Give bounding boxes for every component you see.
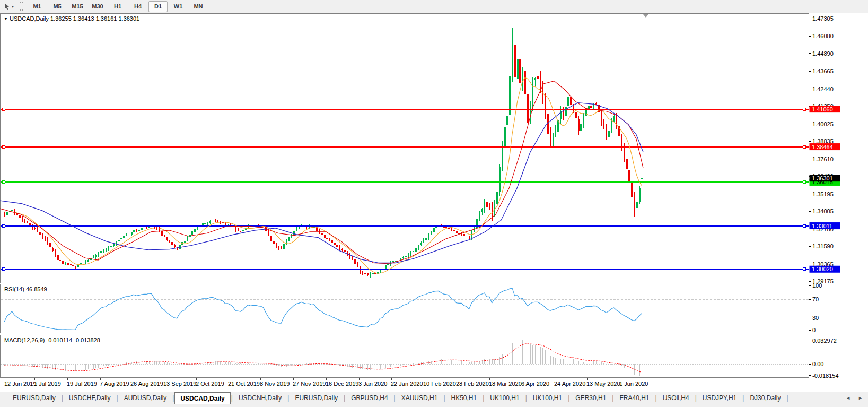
date-tick xyxy=(587,378,588,380)
date-tick xyxy=(391,378,392,380)
chart-title-symbol: USDCAD,Daily xyxy=(10,15,49,22)
pointer-icon xyxy=(3,3,11,10)
macd-axis-label: 0.00 xyxy=(812,361,823,367)
date-label: 26 Aug 2019 xyxy=(130,380,163,387)
hline-handle xyxy=(803,268,805,271)
timeframe-button-H4[interactable]: H4 xyxy=(128,1,147,12)
date-label: 8 Nov 2019 xyxy=(260,380,290,387)
rsi-axis-label: 70 xyxy=(812,296,819,302)
hline-handle xyxy=(2,181,5,184)
chart-canvas[interactable]: 1.473051.460801.448901.436651.424401.412… xyxy=(0,13,868,378)
rsi-line xyxy=(4,288,642,330)
chart-tab-UK100-H1[interactable]: UK100,H1 xyxy=(528,392,567,403)
chart-tab-EURUSD-Daily[interactable]: EURUSD,Daily xyxy=(290,392,343,403)
rsi-axis-label: 100 xyxy=(812,282,822,289)
chart-tab-GBPUSD-H4[interactable]: GBPUSD,H4 xyxy=(346,392,393,403)
price-axis-label: 1.43665 xyxy=(812,68,834,74)
timeframe-button-M15[interactable]: M15 xyxy=(68,1,87,12)
date-tick xyxy=(424,378,424,380)
chart-tab-USDCNH-Daily[interactable]: USDCNH,Daily xyxy=(233,392,287,403)
chart-tab-USDCHF-Daily[interactable]: USDCHF,Daily xyxy=(64,392,116,403)
rsi-axis-label: 0 xyxy=(812,327,816,333)
chart-tab-USDCAD-Daily[interactable]: USDCAD,Daily xyxy=(174,392,230,404)
chart-tab-bar: EURUSD,Daily|USDCHF,Daily|AUDUSD,Daily|U… xyxy=(0,392,868,407)
tab-scroll-right-icon[interactable]: ► xyxy=(858,395,863,401)
price-axis-label: 1.31590 xyxy=(812,243,834,249)
price-axis-label: 1.35195 xyxy=(812,191,834,197)
timeframe-button-H1[interactable]: H1 xyxy=(108,1,127,12)
chart-tab-GER30-H1[interactable]: GER30,H1 xyxy=(570,392,611,403)
chart-tab-UK100-H1[interactable]: UK100,H1 xyxy=(485,392,524,403)
date-label: 6 Apr 2020 xyxy=(521,380,549,387)
date-label: 13 Sep 2019 xyxy=(163,380,196,387)
date-label: 28 Feb 2020 xyxy=(456,380,489,387)
level-1.41060-tag-label: 1.41060 xyxy=(812,106,833,112)
tab-separator: | xyxy=(786,392,788,404)
hline-handle xyxy=(2,268,5,271)
chart-tab-FRA40-H1[interactable]: FRA40,H1 xyxy=(614,392,654,403)
chart-tab-USOil-H4[interactable]: USOil,H4 xyxy=(657,392,695,403)
date-label: 16 Dec 2019 xyxy=(326,380,358,387)
mt4-window: ▾ M1M5M15M30H1H4D1W1MN 1.473051.460801.4… xyxy=(0,0,868,407)
price-axis-label: 1.42440 xyxy=(812,86,834,92)
date-tick xyxy=(164,378,164,380)
chart-tab-USDJPY-H1[interactable]: USDJPY,H1 xyxy=(697,392,742,403)
price-axis-label: 1.44890 xyxy=(812,50,834,57)
price-axis-label: 1.34005 xyxy=(812,208,834,214)
rsi-axis-label: 30 xyxy=(812,315,819,321)
date-tick xyxy=(489,378,490,380)
date-axis[interactable]: 12 Jun 20191 Jul 201919 Jul 20197 Aug 20… xyxy=(0,378,868,392)
hline-handle xyxy=(803,108,805,110)
hline-handle xyxy=(2,108,5,110)
date-label: 7 Aug 2019 xyxy=(100,380,129,387)
date-tick xyxy=(326,378,327,380)
chart-tab-XAUUSD-H1[interactable]: XAUUSD,H1 xyxy=(396,392,443,403)
chart-tab-EURUSD-Daily[interactable]: EURUSD,Daily xyxy=(7,392,61,403)
date-tick xyxy=(555,378,555,380)
date-label: 18 Mar 2020 xyxy=(489,380,522,387)
timeframe-button-M1[interactable]: M1 xyxy=(28,1,47,12)
price-axis-label: 1.40025 xyxy=(812,121,834,127)
date-label: 24 Apr 2020 xyxy=(554,380,585,387)
toolbar-dropdown-caret[interactable]: ▾ xyxy=(12,4,16,9)
date-tick xyxy=(131,378,131,380)
date-tick xyxy=(196,378,197,380)
timeframe-button-M5[interactable]: M5 xyxy=(48,1,67,12)
hline-handle xyxy=(803,181,805,184)
timeframe-button-M30[interactable]: M30 xyxy=(88,1,107,12)
price-axis-label: 1.46080 xyxy=(812,33,834,39)
macd-histogram xyxy=(5,340,642,376)
date-label: 1 Jun 2020 xyxy=(619,380,648,387)
bid-price-tag-label: 1.36301 xyxy=(812,175,833,181)
date-tick xyxy=(260,378,261,380)
timeframe-button-MN[interactable]: MN xyxy=(189,1,208,12)
timeframe-button-D1[interactable]: D1 xyxy=(148,1,168,12)
date-tick xyxy=(67,378,68,380)
date-label: 19 Jul 2019 xyxy=(67,380,97,387)
cursor-tool-icon[interactable] xyxy=(2,2,12,11)
date-tick xyxy=(359,378,360,380)
tab-scroll-left-icon[interactable]: ◄ xyxy=(846,395,851,401)
price-axis-label: 1.47305 xyxy=(812,15,834,22)
hline-handle xyxy=(2,224,5,227)
chart-tab-DJ30-Daily[interactable]: DJ30,Daily xyxy=(744,392,786,403)
macd-signal-line xyxy=(4,344,642,373)
timeframe-button-W1[interactable]: W1 xyxy=(169,1,188,12)
chart-tab-HK50-H1[interactable]: HK50,H1 xyxy=(446,392,483,403)
rsi-indicator-label: RSI(14) 46.8549 xyxy=(4,286,47,292)
timeframe-buttons: M1M5M15M30H1H4D1W1MN xyxy=(27,1,208,12)
chart-tab-AUDUSD-Daily[interactable]: AUDUSD,Daily xyxy=(119,392,172,403)
date-label: 27 Nov 2019 xyxy=(293,380,326,387)
date-tick xyxy=(620,378,620,380)
collapse-arrow-icon[interactable]: ▼ xyxy=(4,16,8,21)
chart-title: ▼ USDCAD,Daily 1.36255 1.36413 1.36161 1… xyxy=(4,15,139,22)
chart-shift-marker-icon xyxy=(643,14,648,18)
level-1.38464-tag-label: 1.38464 xyxy=(812,144,833,150)
macd-indicator-label: MACD(12,26,9) -0.010114 -0.013828 xyxy=(4,337,100,343)
date-tick xyxy=(522,378,522,380)
date-tick xyxy=(34,378,35,380)
toolbar: ▾ M1M5M15M30H1H4D1W1MN xyxy=(0,0,868,13)
toolbar-grip xyxy=(20,2,23,11)
price-axis-label: 1.37610 xyxy=(812,156,834,162)
date-label: 13 May 2020 xyxy=(586,380,620,387)
